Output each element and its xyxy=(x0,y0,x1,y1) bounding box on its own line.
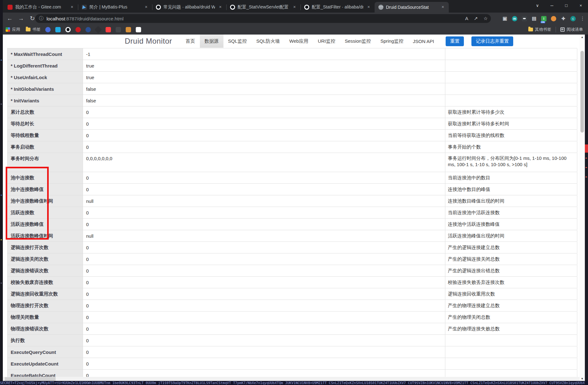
bookmark-star-icon[interactable]: ☆ xyxy=(484,16,488,21)
stat-desc-cell: 连接池数目峰值出现的时间 xyxy=(445,195,577,207)
translate-icon[interactable]: A xyxy=(465,16,468,21)
stat-label-cell: 事务时间分布 xyxy=(8,153,83,172)
stat-desc-cell: 事务运行时间分布，分布区间为[0-1 ms, 1-10 ms, 10-100 m… xyxy=(445,153,577,172)
stat-value-cell: 0 xyxy=(83,219,445,230)
stat-desc-cell xyxy=(445,48,577,60)
bookmarks-bar: 应用 书签 其他书签 阅读清单 xyxy=(0,24,588,35)
nav-item[interactable]: 首页 xyxy=(181,35,200,48)
tab-close-icon[interactable]: × xyxy=(69,4,75,10)
stat-value-cell: 0 xyxy=(83,312,445,323)
nav-item[interactable]: Web应用 xyxy=(285,35,313,48)
table-row: 逻辑连接打开次数 0 产生的逻辑连接建立总数 xyxy=(8,242,577,253)
close-button[interactable]: × xyxy=(574,0,588,11)
bookmark-favicon[interactable] xyxy=(45,27,51,32)
tab-favicon xyxy=(378,5,383,10)
other-bookmarks[interactable]: 其他书签 xyxy=(528,27,551,32)
table-row: 活跃连接数峰值 0 连接池中活跃连接数峰值 xyxy=(8,219,577,230)
bookmark-favicon[interactable] xyxy=(75,27,81,32)
bookmark-favicon[interactable] xyxy=(65,27,71,32)
profile-avatar[interactable]: c xyxy=(570,16,576,21)
address-bar[interactable]: ⓘ localhost:8787/druid/datasource.html A… xyxy=(35,14,491,23)
switch-extension-icon[interactable]: iON xyxy=(541,16,547,21)
stat-label-cell: * LogDifferentThread xyxy=(8,60,83,71)
fehelper-extension-icon[interactable] xyxy=(551,16,556,21)
bookmark-favicon[interactable] xyxy=(55,27,61,32)
browser-tab[interactable]: 配置_StatFilter · alibaba/druid V × xyxy=(300,2,375,13)
browser-tab[interactable]: Druid DataSourceStat × xyxy=(375,2,449,13)
stat-desc-cell: 活跃连接池峰值出现的时间 xyxy=(445,230,577,241)
screenshot-extension-icon[interactable]: ▣ xyxy=(502,16,508,21)
browser-tab[interactable]: 常见问题 · alibaba/druid Wiki × xyxy=(152,2,226,13)
bookmark-favicon[interactable] xyxy=(106,27,111,32)
stat-label-cell: 事务启动数 xyxy=(8,141,83,153)
tab-close-icon[interactable]: × xyxy=(366,4,371,10)
tab-close-icon[interactable]: × xyxy=(217,4,223,10)
bookmark-favicon[interactable] xyxy=(116,27,121,32)
nav-item[interactable]: URI监控 xyxy=(313,35,340,48)
scroll-up-icon[interactable]: ▲ xyxy=(580,35,585,40)
browser-tab[interactable]: 配置_StatViewServlet配置 · alib × xyxy=(226,2,300,13)
tab-title: 配置_StatFilter · alibaba/druid V xyxy=(312,4,363,10)
forward-button[interactable]: → xyxy=(16,14,26,23)
share-icon[interactable]: ↗ xyxy=(474,16,478,21)
divider xyxy=(556,27,556,32)
tab-close-icon[interactable]: × xyxy=(292,4,297,10)
stat-desc-cell xyxy=(445,346,577,358)
bookmark-apps[interactable]: 应用 xyxy=(6,27,20,32)
tab-favicon xyxy=(8,5,13,10)
stat-value-cell: false xyxy=(83,95,445,106)
stat-value-cell: 0 xyxy=(83,358,445,369)
stat-desc-cell: 当前连接池中活跃连接数 xyxy=(445,207,577,218)
tab-close-icon[interactable]: × xyxy=(440,4,446,10)
stat-desc-cell: 获取连接时累计等待多少次 xyxy=(445,106,577,118)
table-row: ExecuteQueryCount 0 xyxy=(8,346,577,358)
back-button[interactable]: ← xyxy=(5,14,14,23)
bookmark-favicon[interactable] xyxy=(85,27,91,32)
stat-label-cell: 活跃连接数 xyxy=(8,207,83,218)
h-scrollbar-thumb[interactable] xyxy=(5,377,56,381)
tab-close-icon[interactable]: × xyxy=(143,4,149,10)
bookmark-favicon[interactable] xyxy=(126,27,131,32)
stat-desc-cell: 校验连接失败丢弃连接次数 xyxy=(445,277,577,288)
tab-strip: 我的工作台 - Gitee.com × 简介 | MyBatis-Plus × … xyxy=(0,0,588,13)
bookmark-folder[interactable]: 书签 xyxy=(26,27,41,32)
bookmark-favicon[interactable] xyxy=(94,26,102,33)
vertical-scrollbar[interactable]: ▲ ▼ xyxy=(580,35,585,381)
browser-tab[interactable]: 我的工作台 - Gitee.com × xyxy=(4,2,78,13)
bookmark-favicon[interactable] xyxy=(136,27,141,32)
reading-list-icon xyxy=(560,27,565,32)
m-extension-icon[interactable]: m xyxy=(512,16,517,21)
log-and-reset-button[interactable]: 记录日志并重置 xyxy=(471,36,513,46)
scroll-down-icon[interactable]: ▼ xyxy=(580,376,585,381)
nav-item[interactable]: Session监控 xyxy=(340,35,376,48)
reset-button[interactable]: 重置 xyxy=(446,36,464,46)
table-row: 事务时间分布 0,0,0,0,0,0,0 事务运行时间分布，分布区间为[0-1 … xyxy=(8,153,577,172)
stat-desc-cell xyxy=(445,95,577,106)
reading-list[interactable]: 阅读清单 xyxy=(560,27,583,32)
nav-item[interactable]: SQL监控 xyxy=(223,35,252,48)
chrome-menu-icon[interactable]: ⋮ xyxy=(580,16,585,21)
folder-icon xyxy=(528,28,533,31)
nav-item[interactable]: SQL防火墙 xyxy=(252,35,285,48)
minimize-button[interactable]: ─ xyxy=(545,0,559,11)
scrollbar-thumb[interactable] xyxy=(580,51,584,133)
stat-desc-cell: 逻辑连接回收重用次数 xyxy=(445,288,577,300)
table-row: 逻辑连接回收重用次数 0 逻辑连接回收重用次数 xyxy=(8,288,577,300)
horizontal-scrollbar[interactable] xyxy=(3,377,580,381)
nav-item[interactable]: JSON API xyxy=(408,35,439,48)
tampermonkey-extension-icon[interactable] xyxy=(522,16,527,21)
site-info-icon[interactable]: ⓘ xyxy=(39,16,43,21)
tab-title: Druid DataSourceStat xyxy=(386,5,437,10)
stat-label-cell: 池中连接数峰值时间 xyxy=(8,195,83,207)
nav-item[interactable]: 数据源 xyxy=(200,35,223,48)
red-mark xyxy=(585,144,588,153)
extensions-puzzle-icon[interactable]: ✚ xyxy=(561,16,566,21)
table-row: 池中连接数峰值 0 连接池中数目的峰值 xyxy=(8,184,577,195)
notes-extension-icon[interactable]: ▤ xyxy=(531,16,537,21)
maximize-button[interactable]: □ xyxy=(559,0,574,11)
apps-grid-icon xyxy=(6,27,10,32)
browser-tab[interactable]: 简介 | MyBatis-Plus × xyxy=(78,2,152,13)
nav-item[interactable]: Spring监控 xyxy=(376,35,408,48)
stat-label-cell: 逻辑连接回收重用次数 xyxy=(8,288,83,300)
browser-menu-chevron-icon[interactable]: ∨ xyxy=(530,0,545,11)
